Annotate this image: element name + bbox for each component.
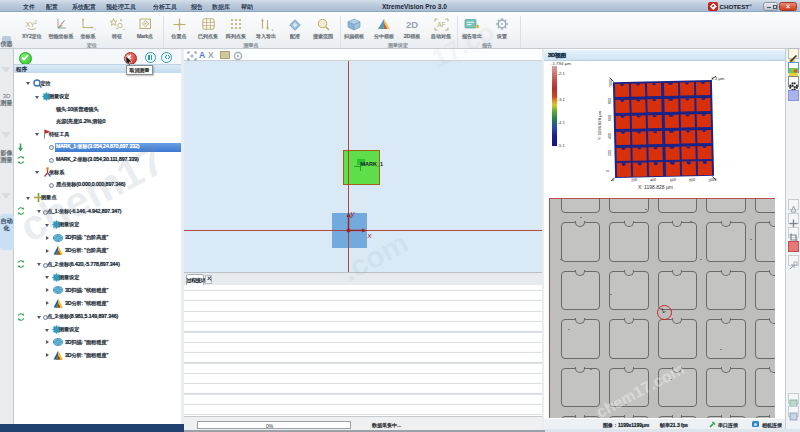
svg-text:2D: 2D bbox=[406, 19, 418, 30]
svg-text:y: y bbox=[350, 209, 356, 218]
svg-text:2: 2 bbox=[34, 19, 37, 24]
svg-text:AF: AF bbox=[437, 21, 445, 28]
